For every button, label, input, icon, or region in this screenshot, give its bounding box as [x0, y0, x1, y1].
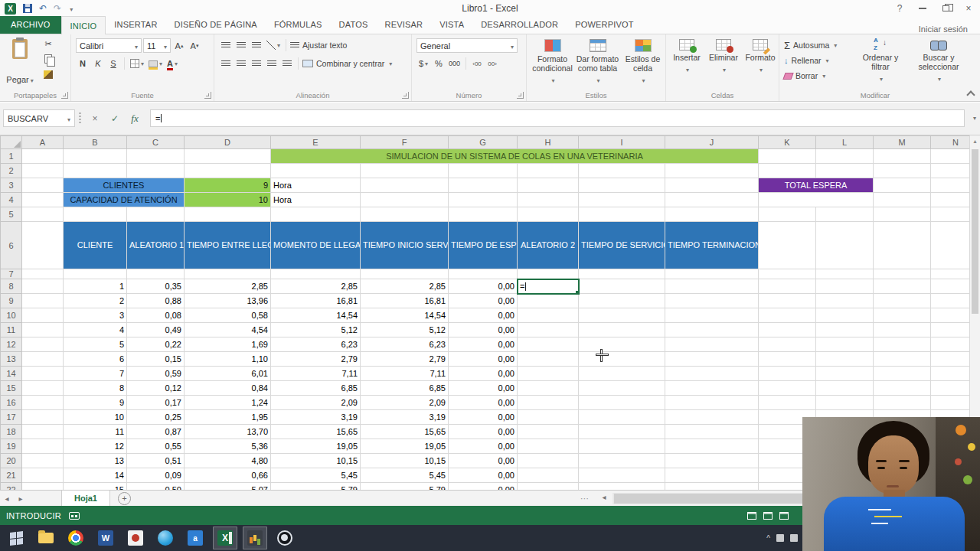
- cell[interactable]: 2: [64, 294, 127, 308]
- font-color-button[interactable]: A: [165, 57, 179, 70]
- cell[interactable]: [759, 323, 816, 337]
- cell[interactable]: 16,81: [271, 294, 361, 308]
- column-header-E[interactable]: E: [271, 136, 361, 149]
- row-header-21[interactable]: 21: [1, 468, 22, 483]
- cell[interactable]: [22, 337, 64, 352]
- cell[interactable]: 0,00: [449, 410, 518, 425]
- cell[interactable]: [665, 454, 759, 468]
- cell[interactable]: [759, 279, 816, 294]
- clear-button[interactable]: Borrar: [784, 69, 837, 83]
- cell[interactable]: [127, 207, 185, 222]
- cell[interactable]: [579, 381, 665, 396]
- cell[interactable]: 9: [64, 396, 127, 410]
- cell[interactable]: [665, 323, 759, 337]
- cell[interactable]: 0,00: [449, 337, 518, 352]
- cell[interactable]: [518, 323, 579, 337]
- cell[interactable]: [579, 279, 665, 294]
- cell[interactable]: [816, 164, 874, 178]
- cell[interactable]: [22, 425, 64, 439]
- increase-indent-button[interactable]: [280, 57, 294, 70]
- cell[interactable]: 13,96: [185, 294, 271, 308]
- cell[interactable]: [816, 367, 874, 381]
- cell[interactable]: 6,23: [271, 337, 361, 352]
- row-header-2[interactable]: 2: [1, 164, 22, 178]
- formula-bar-expand-icon[interactable]: [972, 114, 976, 122]
- row-header-13[interactable]: 13: [1, 352, 22, 367]
- cell[interactable]: [22, 207, 64, 222]
- bold-button[interactable]: N: [76, 57, 90, 70]
- cell[interactable]: [759, 164, 816, 178]
- fill-handle[interactable]: [575, 290, 579, 294]
- cell[interactable]: 0,58: [185, 308, 271, 323]
- cell[interactable]: [874, 352, 931, 367]
- column-header-M[interactable]: M: [874, 136, 931, 149]
- cell[interactable]: 6: [64, 352, 127, 367]
- total-espera-cell[interactable]: [759, 193, 874, 207]
- shrink-font-button[interactable]: A: [188, 39, 201, 53]
- cell[interactable]: [518, 207, 579, 222]
- cell[interactable]: [874, 367, 931, 381]
- param-label[interactable]: CLIENTES: [64, 178, 185, 193]
- total-espera-header[interactable]: TOTAL ESPERA: [759, 178, 874, 193]
- cell[interactable]: 6,01: [185, 367, 271, 381]
- cell[interactable]: [271, 164, 361, 178]
- cell[interactable]: 14: [64, 468, 127, 483]
- cell[interactable]: 0,09: [127, 468, 185, 483]
- cell[interactable]: 6,85: [271, 381, 361, 396]
- tab-inicio[interactable]: INICIO: [61, 16, 106, 34]
- cell[interactable]: [665, 425, 759, 439]
- cell[interactable]: 15,65: [361, 425, 449, 439]
- cell[interactable]: [361, 269, 449, 279]
- cell[interactable]: 7: [64, 367, 127, 381]
- param-unit[interactable]: Hora: [271, 193, 361, 207]
- cell[interactable]: [579, 178, 665, 193]
- add-sheet-button[interactable]: +: [118, 492, 131, 505]
- cell[interactable]: [361, 193, 449, 207]
- cell[interactable]: [816, 308, 874, 323]
- cell-styles-button[interactable]: Estilos de celda: [620, 37, 665, 85]
- table-column-header[interactable]: TIEMPO TERMINACION SERVICIO: [665, 222, 759, 269]
- cell[interactable]: [22, 439, 64, 454]
- cell[interactable]: [22, 367, 64, 381]
- row-header-8[interactable]: 8: [1, 279, 22, 294]
- cell[interactable]: [518, 468, 579, 483]
- align-left-button[interactable]: [219, 57, 233, 70]
- cell[interactable]: 0,66: [185, 468, 271, 483]
- cell[interactable]: [579, 396, 665, 410]
- cell[interactable]: [579, 308, 665, 323]
- tab-desarrollador[interactable]: DESARROLLADOR: [472, 16, 567, 34]
- cell[interactable]: [816, 352, 874, 367]
- cell[interactable]: [22, 483, 64, 491]
- cell[interactable]: 0,00: [449, 352, 518, 367]
- cell[interactable]: [665, 308, 759, 323]
- tab-vista[interactable]: VISTA: [431, 16, 472, 34]
- cell[interactable]: [816, 269, 874, 279]
- cell[interactable]: 1,10: [185, 352, 271, 367]
- cell[interactable]: 1,24: [185, 396, 271, 410]
- name-box[interactable]: BUSCARV: [3, 109, 75, 127]
- row-header-18[interactable]: 18: [1, 425, 22, 439]
- cell[interactable]: 5,45: [271, 468, 361, 483]
- cell[interactable]: [271, 269, 361, 279]
- cell[interactable]: [361, 164, 449, 178]
- cell[interactable]: 10: [64, 410, 127, 425]
- cell[interactable]: [518, 367, 579, 381]
- tab-powerpivot[interactable]: POWERPIVOT: [567, 16, 642, 34]
- cell[interactable]: [759, 337, 816, 352]
- cell[interactable]: 0,22: [127, 337, 185, 352]
- decrease-decimal-button[interactable]: [485, 57, 499, 70]
- cell[interactable]: [518, 308, 579, 323]
- column-header-F[interactable]: F: [361, 136, 449, 149]
- table-column-header[interactable]: TIEMPO ENTRE LLEGADAS: [185, 222, 271, 269]
- borders-button[interactable]: [129, 57, 145, 70]
- sheet-tab-hoja1[interactable]: Hoja1: [61, 491, 110, 507]
- cell[interactable]: [874, 222, 931, 269]
- cell[interactable]: [22, 149, 64, 164]
- cell[interactable]: [665, 381, 759, 396]
- cell[interactable]: 0,35: [127, 279, 185, 294]
- cell[interactable]: [816, 396, 874, 410]
- dialog-launcher-icon[interactable]: [517, 92, 524, 99]
- cell[interactable]: [64, 207, 127, 222]
- cell[interactable]: [64, 164, 127, 178]
- row-header-1[interactable]: 1: [1, 149, 22, 164]
